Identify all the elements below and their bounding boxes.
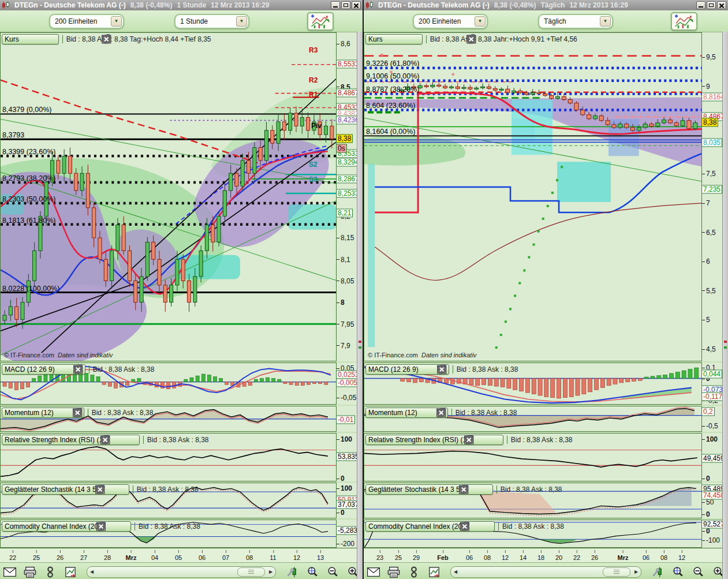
close-icon[interactable]	[129, 436, 137, 444]
link-charts-icon[interactable]	[408, 566, 420, 578]
price-panel: Kurs Bid : 8,38 Ask : 8,38 Jahr:+Hoch 9,…	[364, 32, 728, 361]
time-label: 25	[33, 554, 40, 561]
price-chart[interactable]: Kurs Bid : 8,38 Ask : 8,38 Tag:+Hoch 8,4…	[0, 32, 337, 361]
export-icon[interactable]	[428, 566, 440, 578]
window-titlebar[interactable]: DTEGn - Deutsche Telekom AG (-) 8,38 (-0…	[364, 0, 728, 10]
indicator-chart[interactable]: MACD (12 26 9) Bid : 8,38 Ask : 8,38	[0, 363, 337, 405]
indicator-header[interactable]: Geglätteter Stochastik (14 3 5)	[2, 484, 129, 495]
indicator-header[interactable]: Commodity Channel Index (20)	[2, 521, 131, 532]
units-dropdown[interactable]: 200 Einheiten ▼	[413, 14, 488, 29]
chevron-down-icon[interactable]: ▼	[600, 16, 611, 27]
close-icon[interactable]	[438, 409, 445, 417]
pivot-label: R3	[309, 46, 318, 54]
chevron-down-icon[interactable]: ▼	[236, 16, 247, 27]
scroll-right-icon[interactable]: ▶	[632, 567, 641, 577]
zoom-fit-icon[interactable]	[671, 566, 684, 578]
minimize-button[interactable]	[696, 1, 705, 9]
scroll-right-icon[interactable]: ▶	[266, 567, 275, 577]
time-axis[interactable]: 2225262728Mrz0405060708111213	[0, 548, 357, 562]
indicator-chart[interactable]: Commodity Channel Index (20) Bid : 8,38 …	[364, 520, 702, 548]
vertical-scrollbar[interactable]	[357, 32, 363, 579]
chart-style-button[interactable]	[671, 12, 697, 31]
maximize-button[interactable]	[341, 1, 350, 9]
price-value-box: 0s	[336, 144, 347, 152]
time-label: 12	[502, 554, 509, 561]
close-icon[interactable]	[412, 36, 420, 43]
scroll-left-icon[interactable]: ◀	[87, 567, 96, 577]
chevron-down-icon[interactable]: ▼	[111, 16, 122, 27]
vertical-scrollbar[interactable]	[722, 32, 728, 579]
horizontal-scrollbar[interactable]: ◀ ▶	[87, 566, 276, 578]
scrollbar-track[interactable]	[96, 567, 266, 577]
close-icon[interactable]	[483, 486, 490, 494]
close-icon[interactable]	[484, 523, 492, 531]
time-label: 12	[678, 554, 685, 561]
close-icon[interactable]	[75, 366, 83, 373]
indicator-chart[interactable]: Geglätteter Stochastik (14 3 5) Bid : 8,…	[0, 483, 337, 518]
export-icon[interactable]	[64, 566, 77, 578]
close-icon[interactable]	[119, 486, 126, 494]
price-axis-tick: 7,5	[702, 170, 716, 178]
window-quote: 8,38 (-0,48%)	[494, 1, 536, 9]
print-icon[interactable]	[387, 566, 400, 578]
close-icon[interactable]	[493, 436, 501, 444]
indicator-header[interactable]: Relative Strength Index (RSI) (14)	[2, 435, 140, 445]
time-axis[interactable]: 232529Feb0608121418202226Mrz060812	[364, 548, 723, 562]
close-icon[interactable]	[74, 409, 81, 417]
close-icon[interactable]	[48, 36, 56, 43]
time-label: 26	[57, 554, 64, 561]
price-value-box: 8,38	[701, 118, 718, 127]
chart-settings-icon[interactable]	[651, 566, 664, 578]
price-chart[interactable]: Kurs Bid : 8,38 Ask : 8,38 Jahr:+Hoch 9,…	[364, 32, 702, 361]
close-icon[interactable]	[439, 366, 446, 373]
pivot-label: S2	[309, 160, 318, 169]
minimize-button[interactable]	[331, 1, 340, 9]
zoom-fit-icon[interactable]	[306, 566, 319, 578]
close-icon[interactable]	[121, 523, 128, 531]
mail-icon[interactable]	[367, 566, 380, 578]
indicator-chart[interactable]: MACD (12 26 9) Bid : 8,38 Ask : 8,38	[364, 363, 702, 405]
indicator-header[interactable]: Commodity Channel Index (20)	[365, 521, 495, 532]
mail-icon[interactable]	[3, 566, 16, 578]
indicator-header[interactable]: MACD (12 26 9)	[2, 364, 85, 375]
print-icon[interactable]	[24, 566, 36, 578]
indicator-header[interactable]: Momentum (12)	[365, 408, 448, 418]
scrollbar-track[interactable]	[460, 567, 632, 577]
indicator-chart[interactable]: Geglätteter Stochastik (14 3 5) Bid : 8,…	[364, 483, 702, 518]
indicator-axis-tick: 100	[702, 435, 718, 443]
zoom-out-icon[interactable]	[326, 566, 339, 578]
zoom-out-icon[interactable]	[692, 566, 704, 578]
indicator-chart[interactable]: Commodity Channel Index (20) Bid : 8,38 …	[0, 520, 337, 548]
price-panel-header[interactable]: Kurs	[365, 34, 423, 44]
time-label: 11	[270, 554, 276, 561]
indicator-chart[interactable]: Momentum (12) Bid : 8,38 Ask : 8,38	[0, 406, 337, 432]
time-label: 23	[376, 554, 383, 561]
bottom-toolbar: ◀ ▶	[0, 562, 363, 579]
indicator-chart[interactable]: Momentum (12) Bid : 8,38 Ask : 8,38	[364, 406, 702, 432]
chevron-down-icon[interactable]: ▼	[475, 16, 486, 27]
period-dropdown[interactable]: 1 Stunde ▼	[174, 14, 249, 29]
scroll-left-icon[interactable]: ◀	[451, 567, 460, 577]
indicator-panel: MACD (12 26 9) Bid : 8,38 Ask : 8,38 0,1…	[364, 363, 728, 405]
indicator-header[interactable]: Relative Strength Index (RSI) (14)	[365, 435, 503, 445]
window-titlebar[interactable]: DTEGn - Deutsche Telekom AG (-) 8,38 (-0…	[0, 0, 363, 10]
scrollbar-thumb[interactable]	[237, 567, 265, 577]
maximize-button[interactable]	[707, 1, 716, 9]
link-charts-icon[interactable]	[44, 566, 57, 578]
indicator-header[interactable]: Momentum (12)	[2, 408, 84, 418]
chart-style-button[interactable]	[307, 12, 334, 31]
pivot-label: Piv	[311, 122, 322, 130]
chart-settings-icon[interactable]	[286, 566, 298, 578]
copyright-text: © IT-Finance.com	[368, 352, 418, 358]
indicator-chart[interactable]: Relative Strength Index (RSI) (14) Bid :…	[364, 433, 702, 481]
units-dropdown[interactable]: 200 Einheiten ▼	[49, 14, 124, 29]
horizontal-scrollbar[interactable]: ◀ ▶	[450, 566, 641, 578]
indicator-header[interactable]: MACD (12 26 9)	[365, 364, 449, 375]
indicator-header[interactable]: Geglätteter Stochastik (14 3 5)	[365, 484, 493, 495]
close-button[interactable]	[717, 1, 726, 9]
scrollbar-thumb[interactable]	[603, 567, 630, 577]
price-panel-header[interactable]: Kurs	[2, 34, 59, 44]
close-button[interactable]	[352, 1, 361, 9]
period-dropdown[interactable]: Täglich ▼	[538, 14, 613, 29]
indicator-chart[interactable]: Relative Strength Index (RSI) (14) Bid :…	[0, 433, 337, 481]
